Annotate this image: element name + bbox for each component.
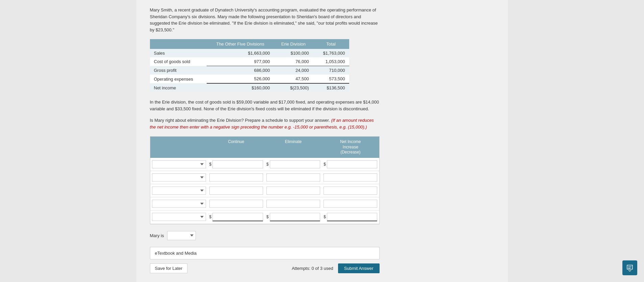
schedule-input-cell-4-increase[interactable] [322, 199, 379, 209]
schedule-input-4-eliminate[interactable] [266, 200, 320, 208]
schedule-input-5-eliminate[interactable] [270, 213, 320, 221]
schedule-input-3-increase[interactable] [324, 187, 377, 195]
schedule-col2-header: Continue [208, 139, 265, 155]
etextbook-bar[interactable]: eTextbook and Media [150, 247, 380, 259]
schedule-row-1: Sales Cost of goods sold Gross profit Op… [150, 158, 379, 171]
schedule-header: Continue Eliminate Net Income Increase (… [150, 137, 379, 158]
dollar-sign: $ [324, 162, 326, 167]
question-main-text: Is Mary right about eliminating the Erie… [150, 118, 330, 123]
cell-cogs-label: Cost of goods sold [150, 57, 207, 66]
cell-gp-label: Gross profit [150, 66, 207, 75]
schedule-input-cell-2-continue[interactable] [208, 172, 265, 182]
schedule-input-cell-3-continue[interactable] [208, 186, 265, 196]
schedule-input-1-continue[interactable] [212, 160, 263, 168]
dollar-sign: $ [266, 162, 269, 167]
cell-sales-erie: $100,000 [274, 49, 313, 57]
schedule-row-3: Sales Cost of goods sold Gross profit Op… [150, 184, 379, 197]
schedule-input-cell-4-eliminate[interactable] [265, 199, 322, 209]
schedule-input-cell-5-eliminate[interactable]: $ [265, 212, 322, 222]
cell-gp-other: 686,000 [207, 66, 274, 75]
cell-opex-other: 526,000 [207, 75, 274, 83]
schedule-input-2-increase[interactable] [324, 173, 377, 181]
schedule-input-cell-2-eliminate[interactable] [265, 172, 322, 182]
dollar-sign: $ [209, 215, 212, 219]
mary-is-section: Mary is correct incorrect [150, 231, 380, 240]
etextbook-label: eTextbook and Media [155, 251, 197, 256]
schedule-row-4: Sales Cost of goods sold Gross profit Op… [150, 197, 379, 210]
cell-cogs-total: 1,053,000 [313, 57, 349, 66]
schedule-input-4-increase[interactable] [324, 200, 377, 208]
note-paragraph: In the Erie division, the cost of goods … [150, 99, 380, 112]
schedule-select-5[interactable]: Sales Cost of goods sold Gross profit Op… [152, 213, 206, 221]
schedule-input-5-increase[interactable] [327, 213, 378, 221]
cell-cogs-erie: 76,000 [274, 57, 313, 66]
cell-ni-label: Net income [150, 83, 207, 92]
schedule-select-1[interactable]: Sales Cost of goods sold Gross profit Op… [152, 160, 206, 168]
cell-sales-other: $1,663,000 [207, 49, 274, 57]
schedule-select-cell-4[interactable]: Sales Cost of goods sold Gross profit Op… [150, 199, 208, 209]
table-row: Net income $160,000 $(23,500) $136,500 [150, 83, 349, 92]
schedule-select-cell-3[interactable]: Sales Cost of goods sold Gross profit Op… [150, 186, 208, 196]
schedule-select-cell-1[interactable]: Sales Cost of goods sold Gross profit Op… [150, 159, 208, 169]
cell-ni-total: $136,500 [313, 83, 349, 92]
schedule-input-cell-3-increase[interactable] [322, 186, 379, 196]
cell-ni-erie: $(23,500) [274, 83, 313, 92]
schedule-input-1-increase[interactable] [327, 160, 378, 168]
schedule-select-3[interactable]: Sales Cost of goods sold Gross profit Op… [152, 187, 206, 195]
attempts-text: Attempts: 0 of 3 used [292, 266, 333, 271]
schedule-select-2[interactable]: Sales Cost of goods sold Gross profit Op… [152, 173, 206, 181]
question-paragraph: Is Mary right about eliminating the Erie… [150, 117, 380, 130]
schedule-input-2-eliminate[interactable] [266, 173, 320, 181]
schedule-input-cell-4-continue[interactable] [208, 199, 265, 209]
col-header-total: Total [313, 39, 349, 49]
dollar-sign: $ [324, 215, 326, 219]
schedule-select-4[interactable]: Sales Cost of goods sold Gross profit Op… [152, 200, 206, 208]
schedule-select-cell-2[interactable]: Sales Cost of goods sold Gross profit Op… [150, 172, 208, 182]
schedule-col3-header: Eliminate [265, 139, 322, 155]
schedule-input-cell-2-increase[interactable] [322, 172, 379, 182]
table-row: Sales $1,663,000 $100,000 $1,763,000 [150, 49, 349, 57]
schedule-input-cell-1-eliminate[interactable]: $ [265, 159, 322, 169]
table-row: Gross profit 686,000 24,000 710,000 [150, 66, 349, 75]
schedule-input-2-continue[interactable] [209, 173, 263, 181]
schedule-table: Continue Eliminate Net Income Increase (… [150, 136, 380, 224]
dollar-sign: $ [209, 162, 212, 167]
save-later-button[interactable]: Save for Later [150, 263, 188, 273]
cell-gp-erie: 24,000 [274, 66, 313, 75]
schedule-input-cell-5-continue[interactable]: $ [208, 212, 265, 222]
dollar-sign: $ [266, 215, 269, 219]
right-actions: Attempts: 0 of 3 used Submit Answer [292, 263, 380, 273]
schedule-input-3-eliminate[interactable] [266, 187, 320, 195]
table-row: Operating expenses 526,000 47,500 573,50… [150, 75, 349, 83]
submit-answer-button[interactable]: Submit Answer [338, 263, 380, 273]
schedule-input-4-continue[interactable] [209, 200, 263, 208]
cell-opex-erie: 47,500 [274, 75, 313, 83]
cell-gp-total: 710,000 [313, 66, 349, 75]
schedule-input-1-eliminate[interactable] [270, 160, 320, 168]
cell-sales-label: Sales [150, 49, 207, 57]
cell-opex-total: 573,500 [313, 75, 349, 83]
col-header-label [150, 39, 207, 49]
schedule-input-cell-3-eliminate[interactable] [265, 186, 322, 196]
mary-is-select[interactable]: correct incorrect [167, 231, 196, 240]
schedule-input-3-continue[interactable] [209, 187, 263, 195]
schedule-select-cell-5[interactable]: Sales Cost of goods sold Gross profit Op… [150, 212, 208, 222]
mary-is-label: Mary is [150, 233, 164, 238]
financial-table: The Other Five Divisions Erie Division T… [150, 39, 349, 92]
cell-cogs-other: 977,000 [207, 57, 274, 66]
cell-sales-total: $1,763,000 [313, 49, 349, 57]
schedule-input-cell-5-increase[interactable]: $ [322, 212, 379, 222]
schedule-row-5: Sales Cost of goods sold Gross profit Op… [150, 210, 379, 224]
bottom-bar: Save for Later Attempts: 0 of 3 used Sub… [150, 263, 380, 273]
schedule-col1-header [150, 139, 208, 155]
schedule-input-cell-1-increase[interactable]: $ [322, 159, 379, 169]
chat-icon[interactable] [622, 260, 637, 275]
schedule-input-5-continue[interactable] [212, 213, 263, 221]
cell-ni-other: $160,000 [207, 83, 274, 92]
schedule-input-cell-1-continue[interactable]: $ [208, 159, 265, 169]
col-header-erie: Erie Division [274, 39, 313, 49]
schedule-col4-header: Net Income Increase (Decrease) [322, 139, 379, 155]
col-header-other-divisions: The Other Five Divisions [207, 39, 274, 49]
intro-paragraph: Mary Smith, a recent graduate of Dynatec… [150, 7, 380, 33]
table-row: Cost of goods sold 977,000 76,000 1,053,… [150, 57, 349, 66]
